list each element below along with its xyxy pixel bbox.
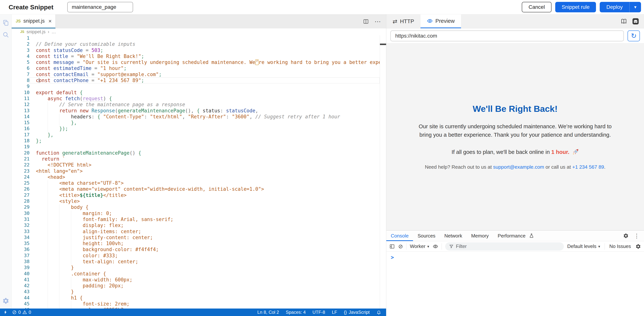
problems-indicator[interactable]: 0 0 (12, 310, 31, 315)
code-line-content[interactable]: <meta charset="UTF-8"> (30, 180, 380, 186)
code-line[interactable]: 20function generateMaintenancePage() { (12, 150, 380, 156)
code-line[interactable]: 38 text-align: center; (12, 259, 380, 264)
eol-sequence[interactable]: LF (332, 310, 337, 315)
cancel-button[interactable]: Cancel (522, 2, 552, 12)
code-line-content[interactable]: // Define your customizable inputs (30, 41, 380, 47)
code-line[interactable]: 41 max-width: 600px; (12, 277, 380, 283)
split-editor-icon[interactable] (363, 19, 369, 25)
code-line[interactable]: 40 .container { (12, 271, 380, 277)
code-line-content[interactable]: background-color: #f4f4f4; (30, 246, 380, 252)
code-line[interactable]: 5const message = "Our site is currently … (12, 59, 380, 65)
code-line[interactable]: 6const estimatedTime = "1 hour"; (12, 65, 380, 71)
phone-link[interactable]: +1 234 567 89 (572, 164, 604, 170)
console-prompt-icon[interactable]: > (391, 254, 644, 260)
code-line[interactable]: 22 <!DOCTYPE html> (12, 162, 380, 168)
no-issues-label[interactable]: No Issues (609, 243, 631, 249)
breadcrumb-more[interactable]: … (52, 29, 56, 35)
code-line[interactable]: 3const statusCode = 503; (12, 47, 380, 53)
settings-gear-icon[interactable] (2, 297, 9, 304)
code-line[interactable]: 32 display: flex; (12, 222, 380, 228)
code-line[interactable]: 17 }, (12, 132, 380, 138)
code-line-content[interactable]: display: flex; (30, 222, 380, 228)
code-line-content[interactable]: justify-content: center; (30, 234, 380, 240)
code-line[interactable]: 29 body { (12, 204, 380, 210)
code-line-content[interactable]: .container { (30, 271, 380, 277)
code-line[interactable]: 36 background-color: #f4f4f4; (12, 246, 380, 252)
live-expression-eye-icon[interactable] (433, 244, 438, 249)
devtools-tab-memory[interactable]: Memory (467, 230, 493, 241)
snippet-rule-button[interactable]: Snippet rule (555, 2, 596, 12)
code-line[interactable]: 45 font-size: 2rem; (12, 301, 380, 307)
snippet-name-input[interactable] (67, 2, 133, 12)
code-line[interactable]: 39 } (12, 264, 380, 270)
code-line-content[interactable]: }; (30, 138, 380, 144)
support-email-link[interactable]: support@example.com (493, 164, 544, 170)
console-sidebar-toggle-icon[interactable] (389, 244, 395, 249)
tab-preview[interactable]: Preview (420, 15, 461, 28)
code-line-content[interactable]: font-size: 2rem; (30, 301, 380, 307)
breadcrumb[interactable]: JS snippet.js › … (12, 29, 386, 35)
code-line[interactable]: 37 color: #333; (12, 253, 380, 259)
code-line-content[interactable]: h1 { (30, 295, 380, 301)
docs-book-icon[interactable] (620, 18, 627, 25)
devtools-tab-performance[interactable]: Performance (493, 230, 530, 241)
discord-icon[interactable] (632, 18, 639, 25)
editor-scrollbar[interactable] (380, 35, 386, 308)
code-line[interactable]: 15 }, (12, 120, 380, 126)
devtools-tab-console[interactable]: Console (386, 230, 413, 241)
console-filter-input[interactable]: Filter (445, 242, 564, 250)
notifications-bell-icon[interactable] (376, 310, 381, 315)
search-icon[interactable] (2, 31, 9, 38)
code-line-content[interactable]: margin: 0; (30, 210, 380, 216)
deploy-label[interactable]: Deploy (600, 4, 630, 10)
devtools-tab-network[interactable]: Network (440, 230, 467, 241)
code-line-content[interactable]: height: 100vh; (30, 240, 380, 246)
code-line[interactable]: 30 margin: 0; (12, 210, 380, 216)
code-line-content[interactable]: } (30, 289, 380, 295)
console-settings-gear-icon[interactable] (636, 244, 641, 249)
files-icon[interactable] (2, 19, 9, 26)
deploy-dropdown-icon[interactable]: ▾ (630, 2, 641, 12)
tab-snippet-js[interactable]: JS snippet.js × (12, 15, 56, 29)
code-line-content[interactable]: }, (30, 132, 380, 138)
code-line-content[interactable]: body { (30, 204, 380, 210)
code-line[interactable]: 28 <style> (12, 198, 380, 204)
indentation[interactable]: Spaces: 4 (286, 310, 306, 315)
code-lines[interactable]: 12// Define your customizable inputs3con… (12, 35, 380, 308)
code-line[interactable]: 35 height: 100vh; (12, 240, 380, 246)
code-line[interactable]: 2// Define your customizable inputs (12, 41, 380, 47)
code-line-content[interactable]: const statusCode = 503; (30, 47, 380, 53)
flask-icon[interactable] (529, 233, 534, 238)
code-line-content[interactable]: const contactEmail = "support@example.co… (30, 71, 380, 77)
code-line-content[interactable]: } (30, 264, 380, 270)
code-line-content[interactable]: align-items: center; (30, 228, 380, 234)
code-line[interactable]: 33 align-items: center; (12, 228, 380, 234)
code-line[interactable]: 10export default { (12, 90, 380, 96)
code-line-content[interactable]: const estimatedTime = "1 hour"; (30, 65, 380, 71)
code-line-content[interactable]: <meta name="viewport" content="width=dev… (30, 186, 380, 192)
code-line[interactable]: 13 return new Response(generateMaintenan… (12, 108, 380, 114)
language-mode[interactable]: {} JavaScript (344, 310, 370, 315)
code-line[interactable]: 7const contactEmail = "support@example.c… (12, 71, 380, 77)
code-line-content[interactable]: <title>${title}</title> (30, 192, 380, 198)
code-line[interactable]: 34 justify-content: center; (12, 234, 380, 240)
context-selector[interactable]: Worker ▾ (410, 243, 429, 249)
tab-http[interactable]: ⇄ HTTP (386, 15, 420, 28)
code-line[interactable]: 4const title = "We'll Be Right Back!"; (12, 53, 380, 59)
code-line-content[interactable]: <head> (30, 174, 380, 180)
code-line[interactable]: 44 h1 { (12, 295, 380, 301)
code-line-content[interactable]: font-family: Arial, sans-serif; (30, 216, 380, 222)
code-line-content[interactable]: padding: 20px; (30, 283, 380, 289)
code-line-content[interactable]: headers: { "Content-Type": "text/html", … (30, 114, 380, 120)
code-line-content[interactable]: <html lang="en"> (30, 168, 380, 174)
code-line[interactable]: 24 <head> (12, 174, 380, 180)
code-line-content[interactable]: }); (30, 126, 380, 132)
encoding[interactable]: UTF-8 (312, 310, 325, 315)
code-line[interactable]: 18}; (12, 138, 380, 144)
code-line-content[interactable]: return ` (30, 156, 380, 162)
console-output[interactable]: > (386, 252, 644, 316)
code-line-content[interactable]: <style> (30, 198, 380, 204)
code-line[interactable]: 43 } (12, 289, 380, 295)
code-line[interactable]: 19 (12, 144, 380, 150)
code-line[interactable]: 46 color: #0056b3 (12, 307, 380, 308)
